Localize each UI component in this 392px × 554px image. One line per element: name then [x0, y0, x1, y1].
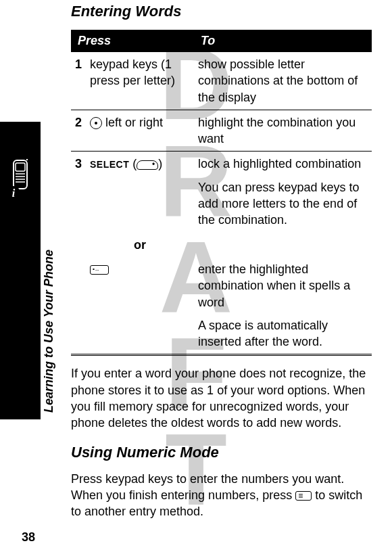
page-number: 38	[22, 530, 35, 545]
send-key-icon: ∘--	[90, 265, 109, 275]
table-row: ∘-- enter the highlighted combination wh…	[71, 257, 372, 355]
menu-key-icon	[295, 491, 312, 501]
to-text: enter the highlighted combination when i…	[198, 261, 368, 310]
svg-rect-1	[16, 163, 25, 171]
header-press: Press	[71, 30, 194, 52]
svg-text:i: i	[12, 187, 16, 199]
nav-key-icon	[90, 117, 102, 129]
press-cell: ∘--	[86, 257, 194, 355]
press-cell: keypad keys (1 press per letter)	[86, 52, 194, 110]
step-number: 3	[71, 152, 86, 233]
heading-numeric-mode: Using Numeric Mode	[71, 444, 372, 461]
to-text: lock a highlighted combination	[198, 156, 368, 172]
step-number: 1	[71, 52, 86, 110]
press-cell: left or right	[86, 110, 194, 152]
press-cell: SELECT ()	[86, 152, 194, 233]
header-to: To	[194, 30, 372, 52]
instruction-table: Press To 1 keypad keys (1 press per lett…	[71, 30, 372, 356]
page-content: Entering Words Press To 1 keypad keys (1…	[0, 3, 392, 520]
to-cell: enter the highlighted combination when i…	[194, 257, 372, 355]
body-paragraph: If you enter a word your phone does not …	[71, 365, 372, 431]
table-row: or	[71, 233, 372, 257]
table-row: 3 SELECT () lock a highlighted combinati…	[71, 152, 372, 233]
to-text-extra: You can press keypad keys to add more le…	[198, 179, 368, 229]
press-text: left or right	[102, 116, 163, 129]
step-number: 2	[71, 110, 86, 152]
to-cell: lock a highlighted combination You can p…	[194, 152, 372, 233]
to-cell: highlight the combination you want	[194, 110, 372, 152]
or-label: or	[86, 233, 194, 257]
table-row: 1 keypad keys (1 press per letter) show …	[71, 52, 372, 110]
to-text-extra: A space is automatically inserted after …	[198, 317, 368, 350]
section-label: Learning to Use Your Phone	[42, 250, 56, 413]
table-row: 2 left or right highlight the combinatio…	[71, 110, 372, 152]
heading-entering-words: Entering Words	[71, 3, 372, 20]
softkey-icon	[137, 160, 158, 170]
body-paragraph: Press keypad keys to enter the numbers y…	[71, 471, 372, 520]
select-label: SELECT	[90, 159, 129, 170]
to-cell: show possible letter combinations at the…	[194, 52, 372, 110]
phone-icon: i	[5, 159, 35, 204]
